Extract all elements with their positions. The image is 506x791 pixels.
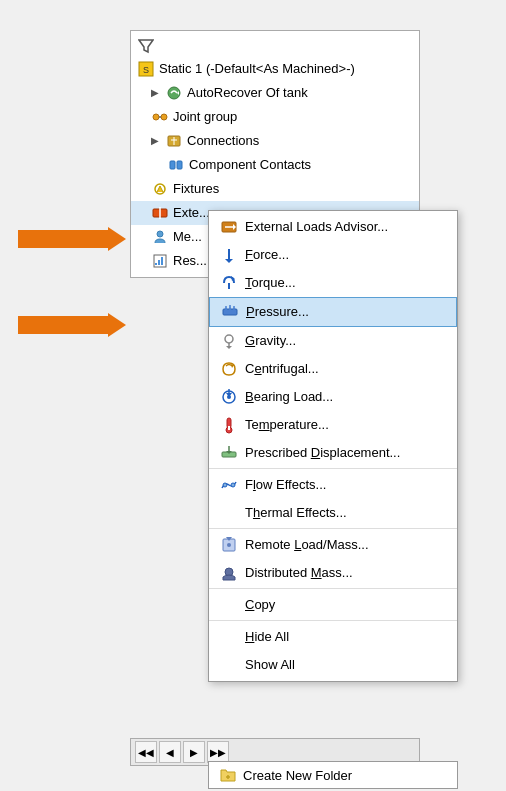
me-icon — [151, 228, 169, 246]
menu-item-hide-all[interactable]: Hide All — [209, 623, 457, 651]
menu-item-prescribed-displacement[interactable]: Prescribed Displacement... — [209, 439, 457, 469]
distributed-mass-icon — [219, 563, 239, 583]
jointgroup-icon — [151, 108, 169, 126]
contacts-icon — [167, 156, 185, 174]
svg-marker-42 — [226, 393, 232, 397]
show-all-label: Show All — [245, 655, 295, 675]
external-icon — [151, 204, 169, 222]
thermal-effects-label: Thermal Effects... — [245, 503, 347, 523]
arrow-pressure — [18, 313, 126, 337]
results-icon — [151, 252, 169, 270]
menu-item-pressure[interactable]: Pressure... — [209, 297, 457, 327]
menu-item-gravity[interactable]: Gravity... — [209, 327, 457, 355]
show-all-icon — [219, 655, 239, 675]
torque-icon — [219, 273, 239, 293]
autorecover-icon — [165, 84, 183, 102]
svg-text:S: S — [143, 65, 149, 75]
svg-marker-37 — [226, 346, 232, 349]
ext-loads-advisor-icon — [219, 217, 239, 237]
prescribed-displacement-icon — [219, 443, 239, 463]
connections-icon — [165, 132, 183, 150]
hide-all-icon — [219, 627, 239, 647]
menu-item-remote-load[interactable]: Remote Load/Mass... — [209, 531, 457, 559]
svg-rect-12 — [177, 161, 182, 169]
svg-point-16 — [157, 231, 163, 237]
create-folder-icon — [219, 766, 237, 784]
svg-point-6 — [161, 114, 167, 120]
svg-point-54 — [227, 543, 231, 547]
filter-row — [131, 35, 419, 57]
prescribed-displacement-label: Prescribed Displacement... — [245, 443, 400, 463]
ext-loads-advisor-label: External Loads Advisor... — [245, 217, 388, 237]
svg-marker-25 — [225, 259, 233, 263]
tree-item-fixtures[interactable]: Fixtures — [131, 177, 419, 201]
pressure-label: Pressure... — [246, 302, 309, 322]
tree-item-connections[interactable]: ▶ Connections — [131, 129, 419, 153]
temperature-label: Temperature... — [245, 415, 329, 435]
pressure-icon — [220, 302, 240, 322]
arrow-external-loads — [18, 227, 126, 251]
fixtures-icon — [151, 180, 169, 198]
menu-item-thermal-effects[interactable]: Thermal Effects... — [209, 499, 457, 529]
contacts-label: Component Contacts — [189, 155, 311, 175]
menu-item-force[interactable]: Force... — [209, 241, 457, 269]
svg-marker-0 — [139, 40, 153, 52]
tree-item-componentcontacts[interactable]: Component Contacts — [131, 153, 419, 177]
main-panel: S Static 1 (-Default<As Machined>-) ▶ Au… — [0, 0, 506, 791]
expand-arrow: ▶ — [151, 83, 163, 103]
tree-item-jointgroup[interactable]: Joint group — [131, 105, 419, 129]
svg-point-50 — [231, 483, 235, 487]
jointgroup-label: Joint group — [173, 107, 237, 127]
gravity-label: Gravity... — [245, 331, 296, 351]
copy-label: Copy — [245, 595, 275, 615]
hide-all-label: Hide All — [245, 627, 289, 647]
menu-item-temperature[interactable]: Temperature... — [209, 411, 457, 439]
context-menu: External Loads Advisor... Force... To — [208, 210, 458, 682]
svg-point-49 — [223, 483, 227, 487]
centrifugal-icon — [219, 359, 239, 379]
nav-last-btn[interactable]: ▶▶ — [207, 741, 229, 763]
autorecover-label: AutoRecover Of tank — [187, 83, 308, 103]
static1-icon: S — [137, 60, 155, 78]
tree-item-autorecover[interactable]: ▶ AutoRecover Of tank — [131, 81, 419, 105]
bearing-load-label: Bearing Load... — [245, 387, 333, 407]
create-folder-item[interactable]: Create New Folder — [208, 761, 458, 789]
torque-label: Torque... — [245, 273, 296, 293]
nav-prev-btn[interactable]: ◀ — [159, 741, 181, 763]
distributed-mass-label: Distributed Mass... — [245, 563, 353, 583]
menu-item-copy[interactable]: Copy — [209, 591, 457, 621]
connections-arrow: ▶ — [151, 131, 163, 151]
static1-label: Static 1 (-Default<As Machined>-) — [159, 59, 355, 79]
flow-effects-icon — [219, 475, 239, 495]
svg-point-35 — [225, 335, 233, 343]
nav-first-btn[interactable]: ◀◀ — [135, 741, 157, 763]
me-label: Me... — [173, 227, 202, 247]
create-folder-label: Create New Folder — [243, 768, 352, 783]
connections-label: Connections — [187, 131, 259, 151]
thermal-effects-icon — [219, 503, 239, 523]
menu-item-flow-effects[interactable]: Flow Effects... — [209, 471, 457, 499]
remote-load-label: Remote Load/Mass... — [245, 535, 369, 555]
menu-item-ext-loads-advisor[interactable]: External Loads Advisor... — [209, 213, 457, 241]
svg-rect-11 — [170, 161, 175, 169]
results-label: Res... — [173, 251, 207, 271]
bearing-load-icon — [219, 387, 239, 407]
menu-item-show-all[interactable]: Show All — [209, 651, 457, 679]
nav-next-btn[interactable]: ▶ — [183, 741, 205, 763]
gravity-icon — [219, 331, 239, 351]
force-label: Force... — [245, 245, 289, 265]
menu-item-torque[interactable]: Torque... — [209, 269, 457, 297]
menu-item-centrifugal[interactable]: Centrifugal... — [209, 355, 457, 383]
copy-icon — [219, 595, 239, 615]
fixtures-label: Fixtures — [173, 179, 219, 199]
tree-item-static1[interactable]: S Static 1 (-Default<As Machined>-) — [131, 57, 419, 81]
external-label: Exte... — [173, 203, 210, 223]
menu-item-bearing-load[interactable]: Bearing Load... — [209, 383, 457, 411]
force-icon — [219, 245, 239, 265]
menu-item-distributed-mass[interactable]: Distributed Mass... — [209, 559, 457, 589]
centrifugal-label: Centrifugal... — [245, 359, 319, 379]
remote-load-icon — [219, 535, 239, 555]
svg-point-5 — [153, 114, 159, 120]
temperature-icon — [219, 415, 239, 435]
flow-effects-label: Flow Effects... — [245, 475, 326, 495]
